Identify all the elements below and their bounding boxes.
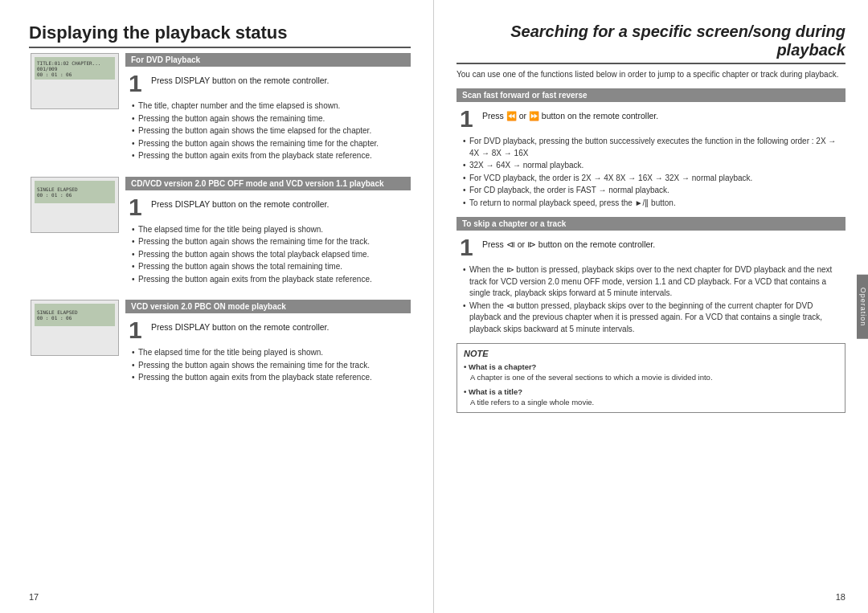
scan-bullet-2: 32X → 64X → normal playback.: [463, 160, 845, 172]
skip-bullet-2: When the ⧏ button pressed, playback skip…: [463, 300, 845, 336]
vcdpbc-bullet-2: Pressing the button again shows the rema…: [132, 360, 411, 372]
scan-fast-header: Scan fast forward or fast reverse: [457, 88, 845, 102]
skip-bullets: When the ⧐ button is pressed, playback s…: [463, 264, 845, 335]
vcdpbc-display-box: SINGLE ELAPSED 00 : 01 : 06: [29, 300, 119, 362]
scan-step-text: Press ⏪ or ⏩ button on the remote contro…: [482, 107, 658, 131]
skip-chapter-header: To skip a chapter or a track: [457, 217, 845, 231]
scan-step-number: 1: [460, 107, 476, 131]
right-page: Searching for a specific screen/song dur…: [434, 0, 868, 613]
dvd-playback-content: For DVD Playback 1 Press DISPLAY button …: [125, 53, 411, 169]
vcdpbc-bullets: The elapsed time for the title being pla…: [132, 347, 411, 384]
scan-bullet-3: For VCD playback, the order is 2X → 4X 8…: [463, 173, 845, 185]
dvd-display-line1: TITLE:01:02 CHAPTER... 001/009: [37, 60, 113, 72]
dvd-step-text: Press DISPLAY button on the remote contr…: [151, 72, 329, 96]
cdvcd-playback-section: SINGLE ELAPSED 00 : 01 : 06 CD/VCD versi…: [29, 177, 411, 292]
cdvcd-bullet-4: Pressing the button again shows the tota…: [132, 261, 411, 273]
vcdpbc-display-line2: 00 : 01 : 06: [37, 315, 113, 321]
cdvcd-display-box: SINGLE ELAPSED 00 : 01 : 06: [29, 177, 119, 239]
cdvcd-step-text: Press DISPLAY button on the remote contr…: [151, 195, 329, 219]
vcdpbc-bullet-3: Pressing the button again exits from the…: [132, 372, 411, 384]
scan-fast-section: Scan fast forward or fast reverse 1 Pres…: [457, 88, 845, 209]
dvd-display-box: TITLE:01:02 CHAPTER... 001/009 00 : 01 :…: [29, 53, 119, 116]
scan-step: 1 Press ⏪ or ⏩ button on the remote cont…: [460, 107, 845, 131]
right-intro: You can use one of the functions listed …: [457, 69, 845, 80]
dvd-bullets: The title, chapter number and the time e…: [132, 100, 411, 162]
vcdpbc-step-text: Press DISPLAY button on the remote contr…: [151, 318, 329, 342]
vcdpbc-step: 1 Press DISPLAY button on the remote con…: [129, 318, 411, 342]
skip-bullet-1: When the ⧐ button is pressed, playback s…: [463, 264, 845, 300]
skip-step-number: 1: [460, 235, 476, 260]
cdvcd-content: CD/VCD version 2.0 PBC OFF mode and VCD …: [125, 177, 411, 292]
scan-bullet-5: To return to normal playback speed, pres…: [463, 198, 845, 210]
cdvcd-bullet-5: Pressing the button again exits from the…: [132, 274, 411, 286]
note-box: NOTE • What is a chapter?A chapter is on…: [457, 343, 845, 413]
dvd-playback-header: For DVD Playback: [125, 53, 411, 67]
cdvcd-display-line2: 00 : 01 : 06: [37, 192, 113, 198]
dvd-bullet-4: Pressing the button again shows the rema…: [132, 138, 411, 150]
operation-tab: Operation: [857, 274, 868, 339]
vcdpbc-playback-section: SINGLE ELAPSED 00 : 01 : 06 VCD version …: [29, 300, 411, 390]
skip-step-text: Press ⧏ or ⧐ button on the remote contro…: [482, 235, 655, 260]
note-item-2: • What is a title?A title refers to a si…: [464, 386, 838, 408]
dvd-step: 1 Press DISPLAY button on the remote con…: [129, 72, 411, 96]
left-page-number: 17: [29, 592, 39, 602]
cdvcd-step: 1 Press DISPLAY button on the remote con…: [129, 195, 411, 219]
cdvcd-bullets: The elapsed time for the title being pla…: [132, 224, 411, 286]
scan-bullets: For DVD playback, pressing the button su…: [463, 136, 845, 209]
cdvcd-bullet-1: The elapsed time for the title being pla…: [132, 224, 411, 236]
scan-bullet-4: For CD playback, the order is FAST → nor…: [463, 185, 845, 197]
scan-bullet-1: For DVD playback, pressing the button su…: [463, 136, 845, 159]
left-page-title: Displaying the playback status: [29, 22, 411, 48]
dvd-bullet-5: Pressing the button again exits from the…: [132, 150, 411, 162]
dvd-playback-section: TITLE:01:02 CHAPTER... 001/009 00 : 01 :…: [29, 53, 411, 169]
skip-step: 1 Press ⧏ or ⧐ button on the remote cont…: [460, 235, 845, 260]
cdvcd-header: CD/VCD version 2.0 PBC OFF mode and VCD …: [125, 177, 411, 190]
note-item-1: • What is a chapter?A chapter is one of …: [464, 362, 838, 383]
dvd-bullet-3: Pressing the button again shows the time…: [132, 125, 411, 137]
vcdpbc-header: VCD version 2.0 PBC ON mode playback: [125, 300, 411, 313]
cdvcd-bullet-3: Pressing the button again shows the tota…: [132, 249, 411, 261]
skip-chapter-section: To skip a chapter or a track 1 Press ⧏ o…: [457, 217, 845, 335]
right-page-number: 18: [836, 592, 845, 602]
right-page-title: Searching for a specific screen/song dur…: [457, 22, 845, 64]
vcdpbc-bullet-1: The elapsed time for the title being pla…: [132, 347, 411, 359]
vcdpbc-display-line1: SINGLE ELAPSED: [37, 309, 113, 315]
vcdpbc-content: VCD version 2.0 PBC ON mode playback 1 P…: [125, 300, 411, 390]
note-title: NOTE: [464, 349, 838, 358]
left-page: Displaying the playback status TITLE:01:…: [0, 0, 434, 613]
vcdpbc-step-number: 1: [129, 318, 145, 342]
cdvcd-display-line1: SINGLE ELAPSED: [37, 186, 113, 192]
dvd-display-line2: 00 : 01 : 06: [37, 72, 113, 77]
cdvcd-bullet-2: Pressing the button again shows the rema…: [132, 236, 411, 248]
dvd-step-number: 1: [129, 72, 145, 96]
cdvcd-step-number: 1: [129, 195, 145, 219]
dvd-bullet-2: Pressing the button again shows the rema…: [132, 113, 411, 125]
dvd-bullet-1: The title, chapter number and the time e…: [132, 100, 411, 112]
